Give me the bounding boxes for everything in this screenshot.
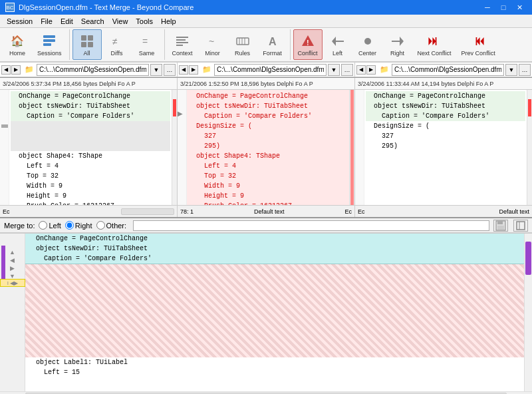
code-line: object Shape4: TShape [11, 151, 170, 161]
menu-session[interactable]: Session [3, 16, 37, 27]
center-forward-arrow[interactable]: ▶ [189, 65, 198, 75]
merge-save-button[interactable] [493, 220, 508, 232]
menu-tools[interactable]: Tools [132, 16, 157, 27]
menu-help[interactable]: Help [157, 16, 180, 27]
svg-text:~: ~ [209, 36, 214, 47]
right-forward-arrow[interactable]: ▶ [366, 65, 376, 75]
conflict-icon: ! [300, 33, 316, 49]
left-path-input[interactable] [37, 64, 149, 76]
toolbar-group-filter: All ≠ Diffs = Same [72, 29, 165, 60]
menu-file[interactable]: File [37, 16, 57, 27]
left-pane-scrollbar[interactable] [121, 208, 174, 215]
window-title: DlgSessionOpen.dfm - Text Merge - Beyond… [19, 3, 194, 11]
right-folder-icon: 📁 [378, 64, 390, 76]
center-pane-status: 78: 1 Default text Ec [178, 205, 354, 217]
sessions-button[interactable]: Sessions [33, 29, 66, 60]
next-conflict-icon [426, 33, 442, 49]
all-button[interactable]: All [72, 29, 102, 60]
right-path-browse[interactable]: … [519, 64, 531, 76]
conflict-bar-center [350, 90, 354, 205]
left-path-browse[interactable]: … [164, 64, 176, 76]
right-code-area[interactable]: OnChange = PageControlChange object tsNe… [364, 90, 527, 205]
right-path-input[interactable] [392, 64, 504, 76]
minimize-button[interactable]: ─ [480, 0, 495, 15]
code-line: Left = 15 [28, 367, 521, 377]
conflict-bar [173, 99, 176, 116]
center-back-arrow[interactable]: ◀ [179, 65, 188, 75]
merge-purple-bar [1, 246, 5, 279]
left-arrow-icon [330, 33, 346, 49]
merge-path-input[interactable] [133, 220, 489, 231]
merge-teal-section: OnChange = PageControlChange object tsNe… [25, 234, 524, 264]
merge-left-option[interactable]: Left [39, 221, 61, 230]
merge-cursor-bar: I ◀▶ [0, 279, 25, 287]
merge-horiz-scroll[interactable] [0, 391, 532, 394]
center-button[interactable]: Center [353, 29, 382, 60]
left-gutter-arrow [1, 124, 8, 128]
merge-right-radio[interactable] [65, 221, 74, 230]
center-path-dropdown[interactable]: ▼ [328, 64, 340, 76]
next-conflict-button[interactable]: Next Conflict [413, 29, 456, 60]
merge-editor[interactable]: OnChange = PageControlChange object tsNe… [25, 234, 524, 391]
center-folder-icon: 📁 [201, 64, 213, 76]
code-line-blank [11, 141, 170, 151]
right-pane-wrapper: 3/24/2006 11:33:44 AM 14,194 bytes Delph… [355, 78, 532, 217]
center-path-input[interactable] [214, 64, 327, 76]
center-path-browse[interactable]: … [341, 64, 353, 76]
svg-marker-24 [400, 37, 404, 46]
svg-rect-10 [176, 39, 186, 41]
left-forward-arrow[interactable]: ▶ [11, 65, 21, 75]
code-line: Height = 9 [188, 191, 348, 201]
svg-text:=: = [142, 36, 148, 47]
prev-conflict-button[interactable]: Prev Conflict [457, 29, 500, 60]
center-pane-inner: ▶ OnChange = PageControlChange object ts… [178, 90, 354, 205]
right-button[interactable]: Right [383, 29, 412, 60]
svg-rect-1 [43, 39, 55, 42]
merge-left-radio[interactable] [39, 221, 47, 230]
merge-up-icon[interactable]: ▲ [9, 248, 16, 256]
left-button[interactable]: Left [323, 29, 352, 60]
svg-rect-33 [497, 221, 503, 224]
merge-other-radio[interactable] [96, 221, 105, 230]
svg-rect-34 [497, 226, 504, 230]
merge-left-take-icon[interactable]: ◀ [9, 256, 15, 264]
same-button[interactable]: = Same [132, 29, 162, 60]
merge-right-option[interactable]: Right [65, 221, 92, 230]
close-button[interactable]: ✕ [512, 0, 527, 15]
menu-search[interactable]: Search [77, 16, 108, 27]
svg-rect-11 [176, 42, 188, 43]
center-pane-info: 3/21/2006 1:52:50 PM 18,596 bytes Delphi… [178, 78, 354, 90]
left-pane-inner: OnChange = PageControlChange object tsNe… [0, 90, 177, 205]
left-code-area[interactable]: OnChange = PageControlChange object tsNe… [9, 90, 172, 205]
menu-view[interactable]: View [108, 16, 132, 27]
left-pane-gutter [0, 90, 9, 205]
right-pane-info: 3/24/2006 11:33:44 AM 14,194 bytes Delph… [355, 78, 532, 90]
home-button[interactable]: 🏠 Home [3, 29, 32, 60]
merge-scroll-thumb [525, 242, 531, 275]
merge-expand-button[interactable] [513, 220, 528, 232]
merge-right-take-icon[interactable]: ▶ [9, 264, 15, 272]
menu-edit[interactable]: Edit [57, 16, 77, 27]
left-back-arrow[interactable]: ◀ [1, 65, 11, 75]
diffs-button[interactable]: ≠ Diffs [102, 29, 132, 60]
svg-rect-35 [517, 222, 525, 230]
rules-button[interactable]: Rules [228, 29, 257, 60]
format-button[interactable]: A Format [258, 29, 287, 60]
left-path-dropdown[interactable]: ▼ [150, 64, 162, 76]
code-line: Caption = 'Compare Folders' [11, 111, 170, 121]
center-code-area[interactable]: OnChange = PageControlChange object tsNe… [187, 90, 349, 205]
minor-button[interactable]: ~ Minor [198, 29, 227, 60]
merge-right-scrollbar[interactable] [524, 234, 532, 391]
merge-other-label: Other: [106, 222, 127, 230]
right-path-dropdown[interactable]: ▼ [505, 64, 517, 76]
title-bar: BC DlgSessionOpen.dfm - Text Merge - Bey… [0, 0, 532, 15]
svg-marker-29 [481, 37, 484, 45]
merge-other-option[interactable]: Other: [96, 221, 127, 230]
code-line-blank [366, 171, 525, 181]
context-button[interactable]: Context [168, 29, 198, 60]
conflict-button[interactable]: ! Conflict [293, 29, 323, 60]
window-controls: ─ □ ✕ [480, 0, 527, 15]
maximize-button[interactable]: □ [496, 0, 511, 15]
code-line: Left = 4 [188, 161, 348, 171]
right-back-arrow[interactable]: ◀ [356, 65, 366, 75]
